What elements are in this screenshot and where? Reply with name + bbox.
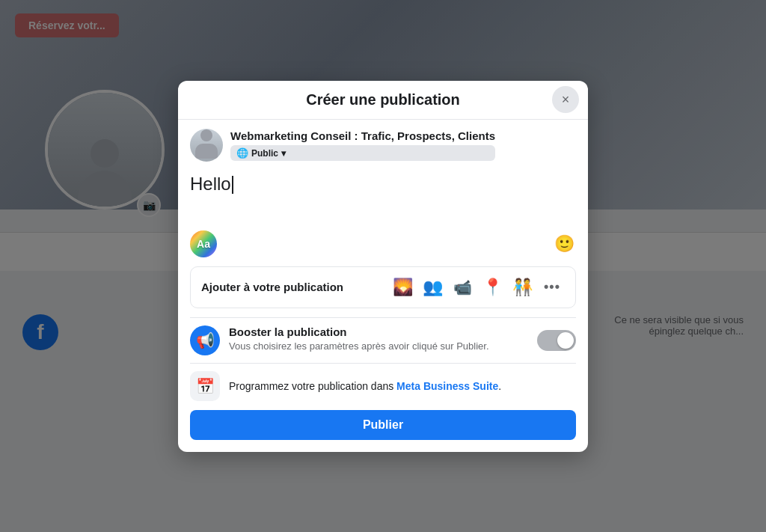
user-info-row: Webmarketing Conseil : Trafic, Prospects…: [190, 129, 576, 162]
post-text-display: Hello: [190, 174, 576, 218]
add-location-button[interactable]: 📍: [479, 275, 505, 300]
schedule-icon: 📅: [196, 377, 215, 395]
schedule-row: 📅 Programmez votre publication dans Meta…: [190, 363, 576, 410]
avatar-body: [195, 144, 218, 159]
emoji-icon: 🙂: [554, 234, 574, 254]
post-text: Hello: [190, 174, 231, 194]
toggle-thumb: [557, 332, 574, 349]
more-options-button[interactable]: •••: [539, 275, 565, 300]
publish-button[interactable]: Publier: [190, 410, 576, 440]
photo-icon: 🌄: [393, 278, 413, 297]
modal-body: Webmarketing Conseil : Trafic, Prospects…: [178, 120, 588, 410]
people-icon: 👥: [423, 278, 443, 297]
modal-header: Créer une publication ×: [178, 81, 588, 120]
avatar-head: [200, 129, 212, 141]
text-cursor: [232, 176, 233, 194]
add-label: Ajouter à votre publication: [201, 281, 343, 293]
boost-icon-wrap: 📢: [190, 325, 220, 355]
audience-label: Public: [251, 148, 278, 159]
aa-icon: Aa: [197, 238, 210, 250]
user-details: Webmarketing Conseil : Trafic, Prospects…: [230, 129, 495, 162]
add-friend-icon: 🧑‍🤝‍🧑: [512, 278, 533, 297]
text-format-button[interactable]: Aa: [190, 230, 217, 257]
add-people-button[interactable]: 👥: [420, 275, 445, 300]
modal-overlay: Créer une publication × Webmarketing Con…: [0, 0, 766, 532]
post-input-area[interactable]: Hello: [190, 171, 576, 224]
user-name: Webmarketing Conseil : Trafic, Prospects…: [230, 129, 495, 144]
more-icon: •••: [544, 279, 560, 295]
boost-toggle[interactable]: [537, 330, 576, 351]
location-icon: 📍: [482, 278, 503, 297]
close-button[interactable]: ×: [552, 86, 579, 113]
boost-row: 📢 Booster la publication Vous choisirez …: [190, 317, 576, 363]
boost-desc: Vous choisirez les paramètres après avoi…: [229, 340, 528, 353]
user-avatar: [190, 129, 223, 162]
emoji-button[interactable]: 🙂: [552, 232, 576, 256]
boost-text-area: Booster la publication Vous choisirez le…: [229, 325, 528, 353]
add-video-button[interactable]: 📹: [450, 275, 475, 300]
create-publication-modal: Créer une publication × Webmarketing Con…: [178, 81, 588, 452]
user-avatar-silhouette: [190, 129, 223, 162]
schedule-text: Programmez votre publication dans Meta B…: [229, 380, 576, 392]
audience-selector[interactable]: 🌐 Public ▾: [230, 145, 495, 161]
add-friend-button[interactable]: 🧑‍🤝‍🧑: [509, 275, 535, 300]
add-to-publication-row: Ajouter à votre publication 🌄 👥 📹 📍: [190, 266, 576, 308]
text-format-toolbar: Aa 🙂: [190, 224, 576, 263]
add-photo-button[interactable]: 🌄: [390, 275, 415, 300]
modal-title: Créer une publication: [306, 91, 460, 108]
add-icons-group: 🌄 👥 📹 📍 🧑‍🤝‍🧑 •••: [390, 275, 565, 300]
chevron-down-icon: ▾: [281, 148, 286, 159]
boost-icon: 📢: [196, 331, 215, 349]
schedule-icon-wrap: 📅: [190, 371, 220, 401]
boost-title: Booster la publication: [229, 325, 528, 338]
meta-business-suite-link[interactable]: Meta Business Suite: [396, 380, 498, 392]
globe-icon: 🌐: [236, 147, 248, 159]
close-icon: ×: [562, 92, 570, 108]
schedule-text-after: .: [498, 380, 501, 392]
video-icon: 📹: [453, 278, 472, 296]
schedule-text-before: Programmez votre publication dans: [229, 380, 396, 392]
